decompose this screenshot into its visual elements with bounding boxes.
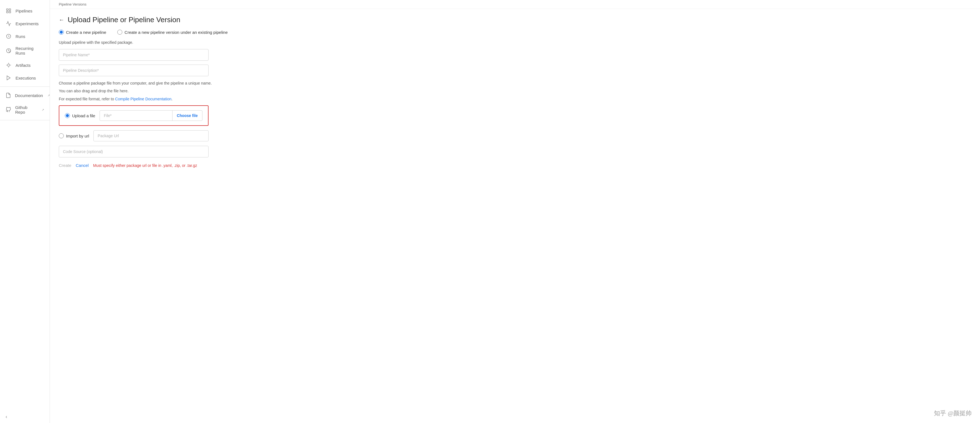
choose-file-button[interactable]: Choose file [172,111,202,121]
radio-option-new-pipeline[interactable]: Create a new pipeline [59,30,106,35]
breadcrumb: Pipeline Versions [50,0,980,9]
sidebar: Pipelines Experiments Runs Recurring Run… [0,0,50,423]
sidebar-item-label: Github Repo [15,105,37,114]
page-title-row: ← Upload Pipeline or Pipeline Version [59,16,971,24]
sidebar-item-recurring-runs[interactable]: Recurring Runs [0,43,49,59]
pipeline-description-input[interactable] [59,65,208,76]
sidebar-item-documentation[interactable]: Documentation ↗ [0,89,49,102]
radio-upload-file[interactable]: Upload a file [65,113,95,118]
svg-rect-1 [9,9,11,11]
upload-file-section: Upload a file File* Choose file [59,105,208,126]
runs-icon [6,33,12,39]
sidebar-item-label: Artifacts [16,63,30,68]
sidebar-divider-1 [0,86,49,87]
pipeline-name-field [59,49,208,61]
radio-import-url-input[interactable] [59,134,64,138]
radio-options-row: Create a new pipeline Create a new pipel… [59,30,971,35]
sidebar-item-executions[interactable]: Executions [0,72,49,84]
sidebar-item-artifacts[interactable]: Artifacts [0,59,49,72]
code-source-field [59,146,208,157]
form-subtitle: Upload pipeline with the specified packa… [59,40,971,45]
sidebar-item-label: Experiments [16,21,38,26]
sidebar-item-label: Recurring Runs [16,46,44,56]
executions-icon [6,75,12,81]
svg-line-6 [9,36,10,37]
sidebar-item-pipelines[interactable]: Pipelines [0,5,49,17]
pipeline-name-input[interactable] [59,49,208,61]
file-label: File* [100,111,172,121]
radio-upload-file-input[interactable] [65,113,70,118]
sidebar-item-label: Pipelines [16,9,32,13]
pipeline-icon [6,8,12,14]
package-url-input[interactable] [94,130,208,142]
radio-import-url[interactable]: Import by url [59,134,89,138]
compile-pipeline-link[interactable]: Compile Pipeline Documentation [115,97,171,101]
radio-option-existing-pipeline[interactable]: Create a new pipeline version under an e… [117,30,228,35]
experiments-icon [6,21,12,27]
artifacts-icon [6,62,12,68]
code-source-input[interactable] [59,146,208,157]
github-icon [6,107,11,113]
svg-point-8 [8,64,10,66]
sidebar-item-experiments[interactable]: Experiments [0,17,49,30]
sidebar-collapse-btn[interactable]: ‹ [0,410,49,423]
svg-marker-13 [7,76,10,80]
pipeline-description-field [59,65,208,76]
cancel-button[interactable]: Cancel [76,163,89,168]
recurring-runs-icon [6,48,12,54]
svg-rect-0 [6,9,8,11]
sidebar-item-label: Documentation [15,93,43,98]
sidebar-item-github-repo[interactable]: Github Repo ↗ [0,102,49,118]
svg-rect-2 [6,11,8,13]
action-buttons-row: Create Cancel Must specify either packag… [59,163,971,168]
upload-option-row: Upload a file File* Choose file [65,110,202,121]
file-desc-line3: For expected file format, refer to Compi… [59,96,971,102]
import-url-section: Import by url [59,130,208,142]
main-content: Pipeline Versions ← Upload Pipeline or P… [50,0,980,423]
content-area: ← Upload Pipeline or Pipeline Version Cr… [50,9,980,174]
file-desc-line2: You can also drag and drop the file here… [59,88,971,94]
error-message: Must specify either package url or file … [93,163,197,168]
sidebar-item-label: Runs [16,34,25,39]
file-input-row: File* Choose file [100,110,202,121]
external-link-icon-2: ↗ [41,108,44,112]
file-desc-line1: Choose a pipeline package file from your… [59,80,971,86]
external-link-icon: ↗ [48,94,50,97]
doc-icon [6,92,11,99]
sidebar-item-label: Executions [16,76,36,80]
create-button[interactable]: Create [59,163,71,168]
sidebar-item-runs[interactable]: Runs [0,30,49,43]
svg-rect-3 [9,11,11,13]
back-button[interactable]: ← [59,17,64,23]
radio-existing-pipeline[interactable] [117,30,122,35]
page-title: Upload Pipeline or Pipeline Version [68,16,180,24]
radio-new-pipeline[interactable] [59,30,64,35]
